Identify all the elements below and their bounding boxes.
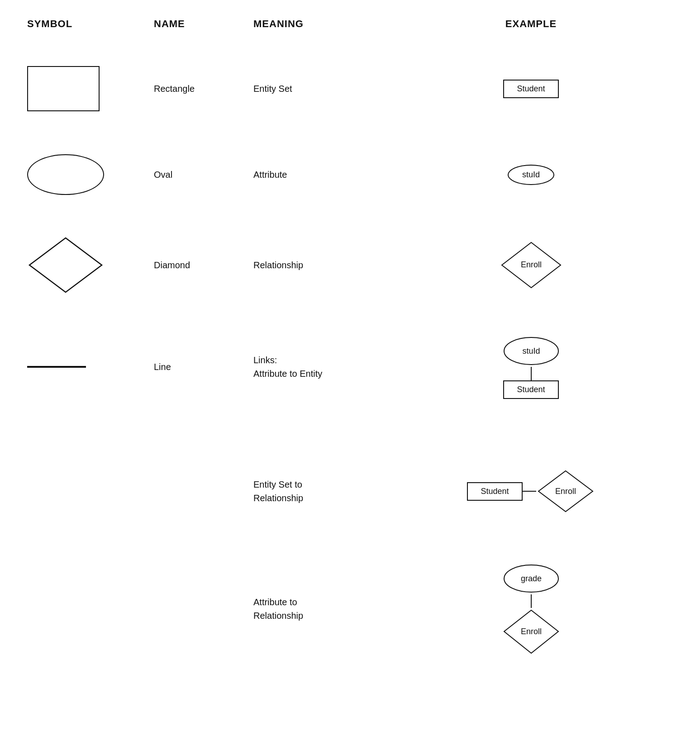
example-diamond: Enroll xyxy=(389,240,673,290)
svg-text:Enroll: Enroll xyxy=(555,487,576,496)
example-attr-rel: grade Enroll xyxy=(389,563,673,655)
example-diamond-shape: Enroll xyxy=(500,240,563,290)
attr-rel-connector xyxy=(531,594,532,608)
svg-text:grade: grade xyxy=(520,574,541,583)
table-header: SYMBOL NAME MEANING EXAMPLE xyxy=(27,18,673,34)
rectangle-shape xyxy=(27,66,100,111)
name-rectangle: Rectangle xyxy=(154,84,253,94)
meaning-attr-rel: Attribute to Relationship xyxy=(253,595,389,622)
meaning-ent-rel-text: Entity Set to Relationship xyxy=(253,478,303,505)
meaning-oval: Attribute xyxy=(253,168,389,181)
line-example-rect: Student xyxy=(503,380,558,399)
table-row: Rectangle Entity Set Student xyxy=(27,48,673,129)
meaning-line: Links: Attribute to Entity xyxy=(253,353,389,380)
name-line: Line xyxy=(154,362,253,372)
example-oval: stuId xyxy=(389,165,673,185)
line-example-connector xyxy=(531,367,532,380)
name-oval: Oval xyxy=(154,170,253,180)
svg-text:stuId: stuId xyxy=(522,346,540,356)
line-shape xyxy=(27,366,86,368)
symbol-oval xyxy=(27,150,154,199)
example-line: stuId Student xyxy=(389,335,673,399)
meaning-attr-rel-text: Attribute to Relationship xyxy=(253,595,303,622)
example-rectangle: Student xyxy=(389,80,673,98)
table-row: Entity Set to Relationship Student Enrol… xyxy=(27,441,673,541)
table-row: Oval Attribute stuId xyxy=(27,134,673,215)
symbol-diamond xyxy=(27,231,154,299)
example-ent-rel: Student Enroll xyxy=(389,469,673,514)
example-oval-shape: stuId xyxy=(508,165,554,185)
example-rect-shape: Student xyxy=(503,80,558,98)
ent-rel-rect: Student xyxy=(467,482,522,501)
table-row: Diamond Relationship Enroll xyxy=(27,220,673,310)
header-name: NAME xyxy=(154,18,253,30)
diamond-shape xyxy=(27,236,104,294)
symbol-line xyxy=(27,361,154,372)
symbol-rectangle xyxy=(27,62,154,116)
header-meaning: MEANING xyxy=(253,18,389,30)
svg-text:Enroll: Enroll xyxy=(520,260,541,269)
attr-rel-oval: grade xyxy=(502,563,561,594)
attr-rel-group: grade Enroll xyxy=(502,563,561,655)
meaning-rectangle: Entity Set xyxy=(253,82,389,95)
svg-text:Enroll: Enroll xyxy=(520,627,541,636)
name-diamond: Diamond xyxy=(154,260,253,270)
ent-rel-connector xyxy=(523,491,536,492)
spacer xyxy=(27,423,673,441)
svg-marker-0 xyxy=(29,238,102,292)
ent-rel-group: Student Enroll xyxy=(467,469,595,514)
header-example: EXAMPLE xyxy=(389,18,673,30)
table-row: Attribute to Relationship grade Enroll xyxy=(27,546,673,672)
header-symbol: SYMBOL xyxy=(27,18,154,30)
ent-rel-diamond: Enroll xyxy=(536,469,595,514)
meaning-ent-rel: Entity Set to Relationship xyxy=(253,478,389,505)
oval-shape xyxy=(27,154,104,195)
main-page: { "header": { "col1": "SYMBOL", "col2": … xyxy=(0,0,700,695)
meaning-diamond: Relationship xyxy=(253,258,389,272)
line-example-oval: stuId xyxy=(502,335,561,367)
attr-rel-diamond: Enroll xyxy=(502,608,561,655)
table-row: Line Links: Attribute to Entity stuId St… xyxy=(27,315,673,419)
line-example-group: stuId Student xyxy=(502,335,561,399)
